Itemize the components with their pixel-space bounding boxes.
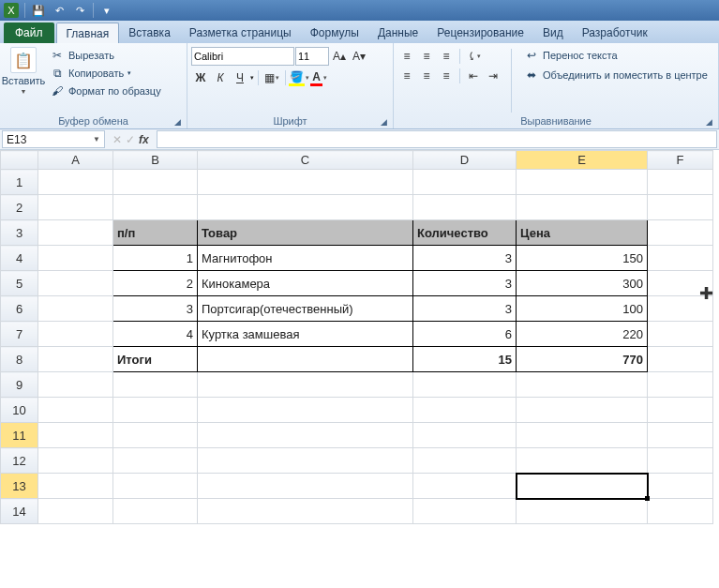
merge-icon: ⬌: [524, 68, 539, 83]
row-header[interactable]: 7: [1, 322, 38, 347]
enter-formula-icon[interactable]: ✓: [126, 133, 135, 146]
row-header[interactable]: 14: [1, 499, 38, 524]
cell[interactable]: 4: [113, 322, 198, 347]
cell[interactable]: Товар: [198, 220, 413, 246]
cell[interactable]: Магнитофон: [198, 246, 413, 271]
orientation-button[interactable]: ⤹: [464, 47, 483, 66]
tab-review[interactable]: Рецензирование: [427, 23, 533, 43]
qat-dropdown-icon[interactable]: ▾: [99, 3, 114, 18]
font-color-button[interactable]: A: [309, 68, 328, 87]
cell[interactable]: 220: [517, 322, 648, 347]
format-painter-button[interactable]: 🖌 Формат по образцу: [46, 83, 165, 99]
row-header[interactable]: 3: [1, 220, 38, 246]
copy-button[interactable]: ⧉ Копировать ▾: [46, 65, 165, 82]
col-header[interactable]: A: [38, 151, 113, 170]
row-header[interactable]: 2: [1, 195, 38, 220]
cell[interactable]: 15: [413, 347, 517, 372]
row-header[interactable]: 5: [1, 271, 38, 296]
dialog-launcher-icon[interactable]: ◢: [381, 117, 387, 127]
col-header[interactable]: D: [413, 151, 517, 170]
align-bottom-button[interactable]: ≡: [437, 47, 456, 66]
cell[interactable]: Кинокамера: [198, 271, 413, 296]
borders-button[interactable]: ▦: [262, 68, 281, 87]
cell[interactable]: Цена: [517, 220, 648, 246]
formula-bar: E13 ▼ ✕ ✓ fx: [0, 129, 719, 150]
row-header[interactable]: 4: [1, 246, 38, 271]
cell[interactable]: 150: [517, 246, 648, 271]
cell[interactable]: Количество: [413, 220, 517, 246]
bold-button[interactable]: Ж: [191, 68, 210, 87]
cut-button[interactable]: ✂ Вырезать: [46, 47, 165, 64]
row-header[interactable]: 10: [1, 398, 38, 423]
decrease-font-icon[interactable]: A▾: [350, 47, 368, 66]
chevron-down-icon[interactable]: ▼: [93, 135, 100, 143]
cancel-formula-icon[interactable]: ✕: [112, 133, 122, 146]
active-cell[interactable]: [517, 474, 648, 499]
align-middle-button[interactable]: ≡: [417, 47, 436, 66]
select-all-corner[interactable]: [1, 151, 38, 170]
cell[interactable]: [198, 347, 413, 372]
ribbon-tabs: Файл Главная Вставка Разметка страницы Ф…: [0, 21, 719, 43]
align-center-button[interactable]: ≡: [417, 67, 436, 85]
cell[interactable]: 100: [517, 296, 648, 322]
cell[interactable]: п/п: [113, 220, 198, 246]
col-header[interactable]: B: [113, 151, 198, 170]
redo-icon[interactable]: ↷: [72, 3, 87, 18]
paste-button[interactable]: 📋 Вставить ▼: [4, 45, 43, 114]
cell[interactable]: 2: [113, 271, 198, 296]
align-top-button[interactable]: ≡: [397, 47, 416, 66]
tab-data[interactable]: Данные: [368, 23, 427, 43]
row-header[interactable]: 8: [1, 347, 38, 372]
fill-color-button[interactable]: 🪣: [290, 68, 308, 87]
tab-file[interactable]: Файл: [4, 23, 54, 43]
row-header[interactable]: 12: [1, 448, 38, 474]
decrease-indent-button[interactable]: ⇤: [464, 67, 483, 85]
cell[interactable]: 3: [413, 271, 517, 296]
align-left-button[interactable]: ≡: [397, 67, 416, 85]
cell[interactable]: Куртка замшевая: [198, 322, 413, 347]
tab-view[interactable]: Вид: [533, 23, 573, 43]
wrap-text-button[interactable]: ↩ Перенос текста: [520, 47, 712, 64]
row-header[interactable]: 6: [1, 296, 38, 322]
row-header[interactable]: 9: [1, 372, 38, 398]
underline-button[interactable]: Ч: [231, 68, 249, 87]
tab-formulas[interactable]: Формулы: [301, 23, 368, 43]
formula-input[interactable]: [157, 130, 717, 148]
font-name-select[interactable]: [191, 47, 294, 66]
cell[interactable]: 300: [517, 271, 648, 296]
spreadsheet-grid[interactable]: A B C D E F 1 2 3 п/п Товар Количество Ц…: [0, 150, 719, 588]
row-header[interactable]: 1: [1, 170, 38, 195]
col-header[interactable]: F: [648, 151, 713, 170]
tab-insert[interactable]: Вставка: [119, 23, 180, 43]
font-group-label: Шрифт◢: [191, 114, 389, 128]
tab-developer[interactable]: Разработчик: [573, 23, 657, 43]
undo-icon[interactable]: ↶: [52, 3, 67, 18]
dialog-launcher-icon[interactable]: ◢: [174, 117, 181, 127]
tab-home[interactable]: Главная: [56, 23, 120, 43]
cell[interactable]: 770: [517, 347, 648, 372]
row-header[interactable]: 11: [1, 423, 38, 448]
alignment-group-label: Выравнивание◢: [397, 114, 714, 128]
merge-center-button[interactable]: ⬌ Объединить и поместить в центре: [520, 67, 712, 83]
dialog-launcher-icon[interactable]: ◢: [706, 117, 712, 127]
fx-icon[interactable]: fx: [139, 133, 149, 146]
cell[interactable]: Итоги: [113, 347, 198, 372]
tab-page-layout[interactable]: Разметка страницы: [180, 23, 301, 43]
save-icon[interactable]: 💾: [31, 3, 46, 18]
font-color-icon: A: [310, 70, 322, 86]
align-right-button[interactable]: ≡: [437, 67, 456, 85]
name-box[interactable]: E13 ▼: [2, 130, 105, 148]
increase-font-icon[interactable]: A▴: [330, 47, 349, 66]
cell[interactable]: 1: [113, 246, 198, 271]
cell[interactable]: 6: [413, 322, 517, 347]
row-header[interactable]: 13: [1, 474, 38, 499]
col-header[interactable]: C: [198, 151, 413, 170]
cell[interactable]: Портсигар(отечественный): [198, 296, 413, 322]
cell[interactable]: 3: [413, 246, 517, 271]
increase-indent-button[interactable]: ⇥: [484, 67, 502, 85]
font-size-select[interactable]: [295, 47, 329, 66]
cell[interactable]: 3: [413, 296, 517, 322]
cell[interactable]: 3: [113, 296, 198, 322]
col-header[interactable]: E: [517, 151, 648, 170]
italic-button[interactable]: К: [211, 68, 230, 87]
